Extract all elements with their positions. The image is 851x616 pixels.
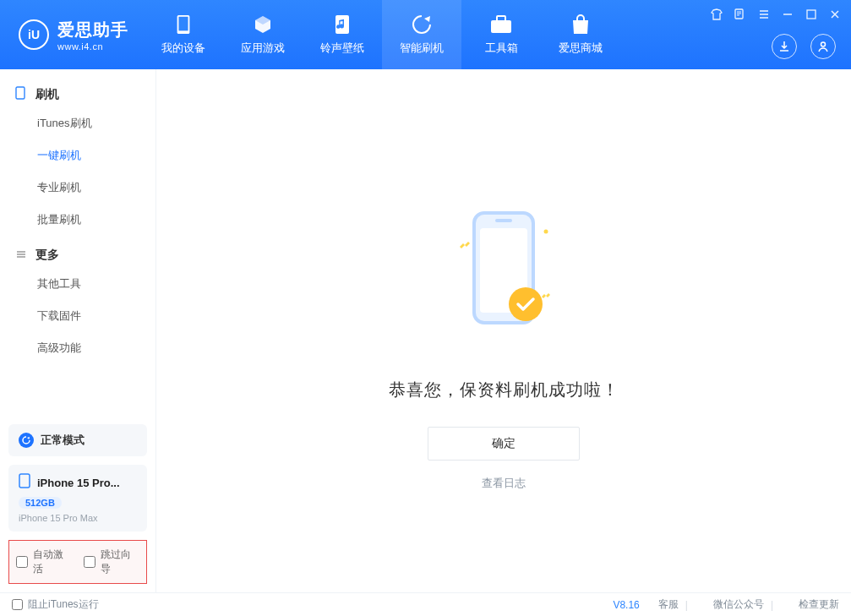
header-right bbox=[772, 34, 836, 59]
logo-icon: iU bbox=[19, 19, 49, 50]
sidebar-item-download-fw[interactable]: 下载固件 bbox=[0, 300, 155, 332]
nav-label: 智能刷机 bbox=[400, 41, 444, 56]
storage-badge: 512GB bbox=[19, 497, 62, 509]
status-label: 正常模式 bbox=[41, 433, 85, 448]
nav-ringtones[interactable]: 铃声壁纸 bbox=[303, 0, 382, 69]
nav-label: 应用游戏 bbox=[241, 41, 285, 56]
sidebar-item-itunes-flash[interactable]: iTunes刷机 bbox=[0, 107, 155, 139]
app-url: www.i4.cn bbox=[57, 41, 128, 52]
svg-rect-13 bbox=[495, 219, 512, 222]
options-box: 自动激活 跳过向导 bbox=[8, 540, 147, 584]
svg-text:iU: iU bbox=[28, 28, 40, 41]
feedback-icon[interactable] bbox=[733, 7, 748, 22]
svg-rect-7 bbox=[807, 10, 816, 19]
sidebar-item-other-tools[interactable]: 其他工具 bbox=[0, 268, 155, 300]
logo: iU 爱思助手 www.i4.cn bbox=[0, 19, 144, 52]
device-name: iPhone 15 Pro... bbox=[37, 477, 120, 489]
user-icon bbox=[816, 40, 830, 53]
svg-rect-2 bbox=[178, 17, 188, 31]
download-icon bbox=[777, 40, 791, 53]
sidebar-item-pro-flash[interactable]: 专业刷机 bbox=[0, 172, 155, 204]
skip-wizard-checkbox[interactable]: 跳过向导 bbox=[84, 548, 139, 576]
maximize-icon[interactable] bbox=[804, 7, 819, 22]
nav-label: 我的设备 bbox=[161, 41, 205, 56]
link-wechat[interactable]: 微信公众号 bbox=[713, 597, 764, 612]
phone-small-icon bbox=[15, 86, 29, 102]
svg-rect-5 bbox=[497, 16, 505, 21]
svg-point-14 bbox=[544, 230, 548, 234]
device-phone-icon bbox=[19, 473, 30, 492]
close-icon[interactable] bbox=[827, 7, 843, 22]
nav-my-device[interactable]: 我的设备 bbox=[144, 0, 223, 69]
link-update[interactable]: 检查更新 bbox=[799, 597, 839, 612]
nav-label: 铃声壁纸 bbox=[320, 41, 364, 56]
opt2-label: 跳过向导 bbox=[101, 548, 139, 576]
sidebar-group-label: 刷机 bbox=[35, 87, 59, 102]
logo-mark-icon: iU bbox=[25, 26, 42, 43]
block-itunes-checkbox[interactable]: 阻止iTunes运行 bbox=[12, 597, 99, 612]
skip-wizard-input[interactable] bbox=[84, 556, 95, 568]
refresh-icon bbox=[409, 14, 434, 35]
sidebar-item-oneclick-flash[interactable]: 一键刷机 bbox=[0, 139, 155, 172]
view-log-link[interactable]: 查看日志 bbox=[482, 476, 526, 491]
opt1-label: 自动激活 bbox=[33, 548, 72, 576]
nav-label: 爱思商城 bbox=[559, 41, 603, 56]
svg-rect-9 bbox=[16, 87, 25, 99]
success-message: 恭喜您，保资料刷机成功啦！ bbox=[389, 379, 619, 401]
ok-button[interactable]: 确定 bbox=[428, 427, 580, 461]
device-model: iPhone 15 Pro Max bbox=[19, 513, 137, 523]
success-illustration bbox=[445, 204, 563, 357]
phone-icon bbox=[171, 14, 196, 35]
link-support[interactable]: 客服 bbox=[658, 597, 679, 612]
sidebar-item-advanced[interactable]: 高级功能 bbox=[0, 332, 155, 364]
svg-rect-10 bbox=[19, 474, 30, 488]
block-itunes-label: 阻止iTunes运行 bbox=[28, 597, 99, 612]
sidebar-group-label: 更多 bbox=[35, 248, 59, 263]
toolbox-icon bbox=[488, 14, 514, 35]
menu-icon[interactable] bbox=[756, 7, 772, 22]
auto-activate-input[interactable] bbox=[16, 556, 28, 568]
sidebar-group-flash[interactable]: 刷机 bbox=[0, 81, 155, 107]
status-icon bbox=[19, 433, 34, 448]
auto-activate-checkbox[interactable]: 自动激活 bbox=[16, 548, 72, 576]
minimize-icon[interactable] bbox=[780, 7, 795, 22]
block-itunes-input[interactable] bbox=[12, 599, 23, 610]
cube-icon bbox=[250, 14, 275, 35]
status-card[interactable]: 正常模式 bbox=[8, 424, 147, 456]
sidebar: 刷机 iTunes刷机 一键刷机 专业刷机 批量刷机 更多 其他工具 下载固件 … bbox=[0, 69, 156, 592]
nav-tools[interactable]: 工具箱 bbox=[461, 0, 541, 69]
sidebar-group-more[interactable]: 更多 bbox=[0, 243, 155, 268]
version: V8.16 bbox=[613, 599, 639, 611]
window-controls bbox=[709, 7, 843, 22]
music-icon bbox=[330, 14, 355, 35]
svg-point-15 bbox=[509, 287, 543, 321]
nav-store[interactable]: 爱思商城 bbox=[541, 0, 620, 69]
download-button[interactable] bbox=[772, 34, 797, 59]
sidebar-item-batch-flash[interactable]: 批量刷机 bbox=[0, 204, 155, 236]
svg-point-8 bbox=[821, 42, 826, 46]
main: 恭喜您，保资料刷机成功啦！ 确定 查看日志 bbox=[156, 69, 851, 592]
bag-icon bbox=[568, 14, 593, 35]
more-icon bbox=[15, 248, 29, 263]
nav-flash[interactable]: 智能刷机 bbox=[382, 0, 461, 69]
nav-label: 工具箱 bbox=[485, 41, 518, 56]
footer: 阻止iTunes运行 V8.16 客服 | 微信公众号 | 检查更新 bbox=[0, 592, 851, 616]
account-button[interactable] bbox=[810, 34, 836, 59]
app-name: 爱思助手 bbox=[57, 19, 128, 41]
header: iU 爱思助手 www.i4.cn 我的设备 应用游戏 铃声壁纸 bbox=[0, 0, 851, 69]
svg-rect-4 bbox=[491, 20, 511, 33]
device-card[interactable]: iPhone 15 Pro... 512GB iPhone 15 Pro Max bbox=[8, 465, 147, 532]
skin-icon[interactable] bbox=[709, 7, 724, 22]
nav: 我的设备 应用游戏 铃声壁纸 智能刷机 工具箱 bbox=[144, 0, 620, 69]
nav-apps[interactable]: 应用游戏 bbox=[223, 0, 303, 69]
